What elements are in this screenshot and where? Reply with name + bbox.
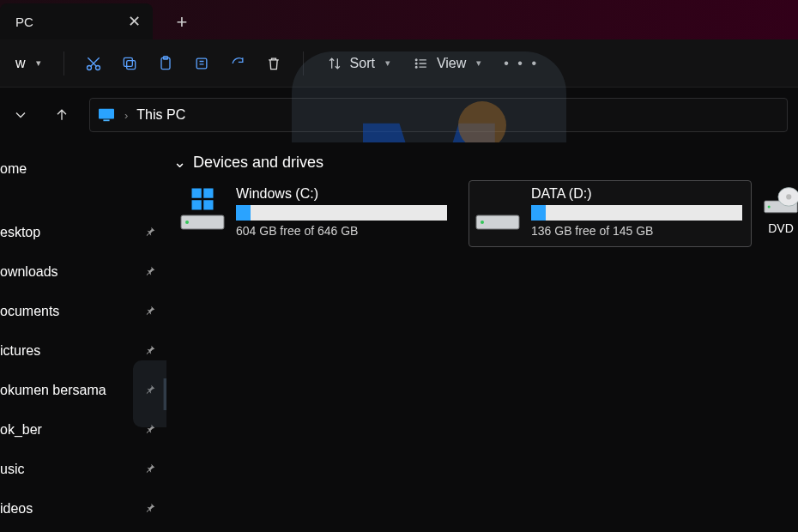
copy-icon [121,55,138,72]
view-icon [413,55,430,72]
sidebar: ome esktopownloadsocumentsicturesokumen … [0,142,166,532]
drives-row: Windows (C:)604 GB free of 646 GBDATA (D… [173,180,798,247]
chevron-down-icon: ▾ [476,57,481,69]
pin-icon [144,462,156,477]
paste-button[interactable] [150,48,181,79]
view-label: View [437,56,466,71]
svg-rect-12 [192,189,202,198]
sidebar-item[interactable]: ideos [0,489,166,529]
drive-body: Windows (C:)604 GB free of 646 GB [236,186,447,238]
toolbar: w ▾ Sort ▾ View ▾ • • • [0,39,798,88]
chevron-down-icon: ⌄ [173,153,186,172]
trash-icon [265,55,282,72]
new-tab-button[interactable]: + [165,5,199,39]
scissors-icon [85,55,102,72]
drive-usage-bar [236,205,447,221]
svg-rect-11 [103,119,109,121]
drive-usage-fill [531,205,546,221]
sidebar-item[interactable]: ownloads [0,252,166,292]
sidebar-item[interactable]: ictures [0,331,166,371]
tab-title: PC [15,15,33,29]
section-title: Devices and drives [193,154,323,172]
drive-item[interactable]: DATA (D:)136 GB free of 145 GB [469,180,752,247]
svg-rect-14 [192,200,202,209]
clipboard-icon [157,55,174,72]
sidebar-item-label: ideos [0,501,33,517]
svg-rect-3 [124,57,132,66]
svg-rect-15 [203,200,213,209]
tab-bar: PC ✕ + [0,0,798,39]
drive-icon [179,186,226,238]
pin-icon [144,265,156,280]
pin-icon [144,226,156,240]
pin-icon [144,423,156,438]
svg-rect-10 [99,109,114,119]
svg-point-7 [415,59,417,61]
up-button[interactable] [41,98,82,132]
rename-icon [193,55,210,72]
sidebar-item-label: usic [0,462,24,477]
svg-point-23 [768,205,771,208]
drive-usage-fill [236,205,251,221]
view-button[interactable]: View ▾ [404,48,490,79]
sort-label: Sort [350,56,375,71]
breadcrumb-separator: › [124,109,128,122]
sort-button[interactable]: Sort ▾ [317,48,399,79]
sort-icon [326,55,343,72]
chevron-down-icon [12,106,29,124]
delete-button[interactable] [258,48,289,79]
dvd-drive-icon [764,184,798,218]
content-pane: ⌄ Devices and drives Windows (C:)604 GB … [166,142,798,532]
more-button[interactable]: • • • [495,48,547,79]
toolbar-separator [63,51,64,76]
sidebar-item-label: ome [0,161,27,177]
arrow-up-icon [53,106,70,124]
back-button[interactable] [0,98,41,132]
copy-button[interactable] [114,48,145,79]
sidebar-home[interactable]: ome [0,149,166,189]
share-button[interactable] [222,48,253,79]
sidebar-item[interactable]: esktop [0,213,166,252]
pin-icon [144,305,156,319]
nav-arrows [0,98,82,132]
drive-free-text: 136 GB free of 145 GB [531,224,742,238]
cut-button[interactable] [78,48,109,79]
pin-icon [144,344,156,359]
sidebar-item[interactable]: ok_ber [0,410,166,450]
sidebar-item-label: esktop [0,225,40,240]
section-devices-drives[interactable]: ⌄ Devices and drives [173,149,798,180]
sidebar-item-label: ocuments [0,304,59,319]
chevron-down-icon: ▾ [36,57,41,69]
this-pc-icon [97,107,116,123]
rename-button[interactable] [186,48,217,79]
toolbar-separator [303,51,304,76]
drive-name: DATA (D:) [531,186,742,202]
share-icon [229,55,246,72]
drive-free-text: 604 GB free of 646 GB [236,224,447,238]
sidebar-item-label: ictures [0,343,40,359]
sidebar-item-label: okumen bersama [0,383,106,398]
drive-usage-bar [531,205,742,221]
drive-body: DATA (D:)136 GB free of 145 GB [531,186,742,238]
svg-point-8 [415,63,417,64]
drive-icon [475,186,521,238]
close-tab-button[interactable]: ✕ [128,12,141,31]
new-button[interactable]: w ▾ [7,48,50,79]
address-bar[interactable]: › This PC [89,98,788,132]
chevron-down-icon: ▾ [385,57,390,69]
drive-item[interactable]: Windows (C:)604 GB free of 646 GB [173,180,456,247]
svg-point-25 [786,194,791,199]
main-area: ome esktopownloadsocumentsicturesokumen … [0,142,798,532]
svg-point-9 [415,66,417,68]
tab-this-pc[interactable]: PC ✕ [0,3,153,39]
pin-icon [144,384,156,398]
drive-dvd[interactable]: DVD [764,180,798,247]
svg-point-18 [185,221,189,224]
sidebar-item[interactable]: okumen bersama [0,371,166,410]
drive-name: Windows (C:) [236,186,447,202]
svg-rect-13 [203,189,213,198]
dvd-label: DVD [768,221,794,235]
sidebar-item[interactable]: usic [0,450,166,489]
pin-icon [144,502,156,517]
sidebar-item[interactable]: ocuments [0,292,166,331]
